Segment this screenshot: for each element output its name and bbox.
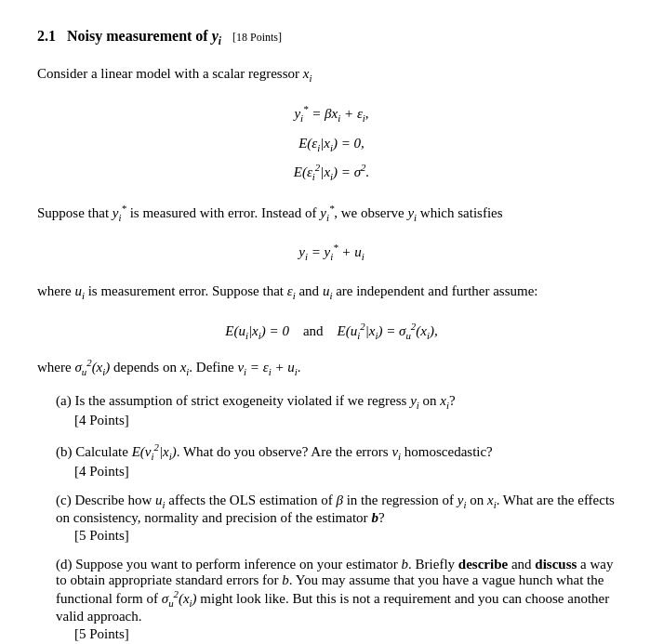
paragraph-4: where σu2(xi) depends on xi. Define vi =… xyxy=(37,355,626,380)
subquestion-d: (d) Suppose you want to perform inferenc… xyxy=(37,557,626,642)
subquestions: (a) Is the assumption of strict exogenei… xyxy=(37,393,626,642)
subquestion-b: (b) Calculate E(vi2|xi). What do you obs… xyxy=(37,441,626,480)
subquestion-a-text: Is the assumption of strict exogeneity v… xyxy=(74,393,455,408)
equation-block-2: yi = yi* + ui xyxy=(37,238,626,268)
subquestion-a-label: (a) xyxy=(56,393,72,408)
section-number: 2.1 xyxy=(37,28,56,45)
subquestion-d-label: (d) xyxy=(56,557,73,572)
subquestion-d-text: Suppose you want to perform inference on… xyxy=(56,557,614,624)
subquestion-c-label: (c) xyxy=(56,493,72,507)
subquestion-c-text: Describe how ui affects the OLS estimati… xyxy=(56,493,615,525)
equation-block-3: E(ui|xi) = 0 and E(ui2|xi) = σu2(xi), xyxy=(37,317,626,347)
section-title: Noisy measurement of yi xyxy=(67,28,221,46)
subquestion-a: (a) Is the assumption of strict exogenei… xyxy=(37,393,626,428)
subquestion-b-points: [4 Points] xyxy=(56,464,626,480)
subquestion-d-points: [5 Points] xyxy=(56,626,626,642)
paragraph-3: where ui is measurement error. Suppose t… xyxy=(37,281,626,304)
subquestion-a-points: [4 Points] xyxy=(56,413,626,428)
section-header: 2.1 Noisy measurement of yi [18 Points] xyxy=(37,28,626,46)
subquestion-b-text: Calculate E(vi2|xi). What do you observe… xyxy=(75,444,493,459)
equation-block-1: yi* = βxi + εi, E(εi|xi) = 0, E(εi2|xi) … xyxy=(37,99,626,188)
section-points: [18 Points] xyxy=(232,31,282,45)
subquestion-c: (c) Describe how ui affects the OLS esti… xyxy=(37,493,626,544)
subquestion-b-label: (b) xyxy=(56,444,73,459)
subquestion-c-points: [5 Points] xyxy=(56,528,626,544)
paragraph-2: Suppose that yi* is measured with error.… xyxy=(37,201,626,226)
intro-paragraph: Consider a linear model with a scalar re… xyxy=(37,63,626,86)
